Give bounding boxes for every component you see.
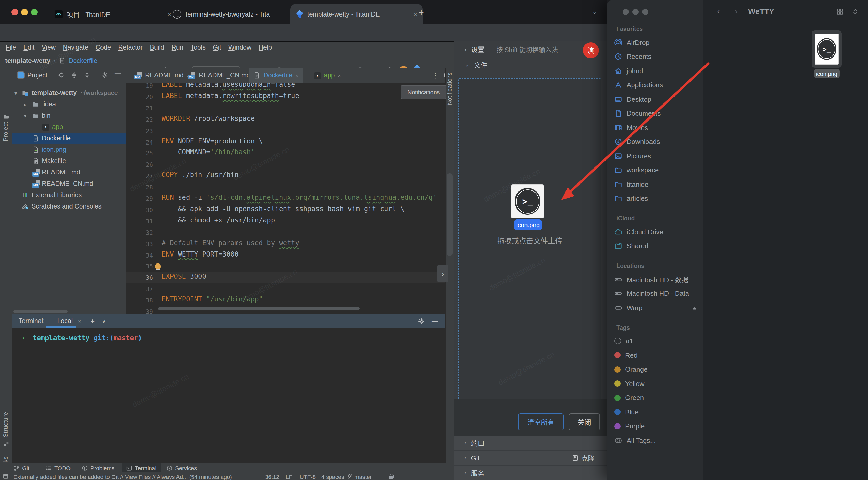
editor-tab-dockerfile[interactable]: Dockerfile× [249,68,303,82]
sidebar-item-yellow[interactable]: Yellow [614,377,701,390]
terminal-tab-local[interactable]: Local [57,317,72,324]
editor-vscrollbar[interactable] [447,173,453,256]
menu-file[interactable]: File [2,44,20,51]
tab-close-icon[interactable]: × [295,72,299,78]
window-minimize-button[interactable] [21,9,28,15]
window-zoom-button[interactable] [31,9,38,15]
terminal-dropdown-chevron-icon[interactable]: ∨ [102,318,106,324]
new-terminal-button[interactable]: + [90,317,95,325]
editor-tab-app[interactable]: ›app× [309,68,345,82]
sidebar-item-pictures[interactable]: Pictures [614,150,701,162]
menu-window[interactable]: Window [225,44,255,51]
tree-item-readme-cn-md[interactable]: MDREADME_CN.md [12,178,126,190]
tool-tab-services[interactable]: Services [162,464,201,472]
panel-settings-row[interactable]: › 设置 按 Shift 键切换输入法 [464,44,558,54]
expand-tool-window-button[interactable]: › [437,265,448,282]
uploaded-file-thumbnail[interactable]: >_ [511,184,544,218]
menu-code[interactable]: Code [92,44,115,51]
tool-tab-structure[interactable]: Structure [3,412,9,438]
sidebar-item-green[interactable]: Green [614,391,701,404]
project-hscrollbar[interactable] [13,310,68,313]
uploaded-file-name[interactable]: icon.png [514,219,542,230]
sidebar-item-a1[interactable]: a1 [614,335,701,347]
sidebar-item-workspace[interactable]: workspace [614,164,701,176]
tool-tab-notifications[interactable]: Notifications [446,72,453,105]
sidebar-item-titanide[interactable]: titanide [614,178,701,191]
tree-item-template-wetty[interactable]: ▾template-wetty~/workspace [12,87,126,99]
terminal-minimize-icon[interactable]: — [432,317,438,324]
tree-item-scratches-and-consoles[interactable]: Scratches and Consoles [12,201,126,212]
tree-item-icon-png[interactable]: icon.png [12,144,126,156]
tree-item-dockerfile[interactable]: Dockerfile [12,133,126,144]
tree-chevron-icon[interactable]: ▸ [24,101,26,107]
tree-item-readme-md[interactable]: MDREADME.md [12,167,126,178]
intention-bulb-icon[interactable] [155,264,161,269]
select-opened-file-icon[interactable] [58,72,65,78]
status-encoding[interactable]: UTF-8 [300,472,316,480]
sidebar-item-macintosh-hd-[interactable]: Macintosh HD - 数据 [614,273,701,285]
new-tab-button[interactable]: + [418,7,424,18]
finder-close-button[interactable] [623,9,629,15]
collapse-all-icon[interactable] [84,72,90,78]
sidebar-item-red[interactable]: Red [614,349,701,361]
sidebar-item-macintosh-hd-data[interactable]: Macintosh HD - Data [614,287,701,300]
status-indent[interactable]: 4 spaces [321,472,344,480]
finder-zoom-button[interactable] [642,9,648,15]
tree-chevron-icon[interactable]: ▾ [24,113,26,118]
sidebar-item-airdrop[interactable]: AirDrop [614,36,701,48]
panel-section-services[interactable]: ›服务 [454,466,608,480]
finder-back-icon[interactable]: ‹ [717,6,720,16]
hide-panel-icon[interactable]: — [115,70,121,77]
breadcrumb-file[interactable]: Dockerfile [68,57,97,64]
sidebar-item-articles[interactable]: articles [614,192,701,205]
git-clone-button[interactable]: 克隆 [572,453,595,463]
tree-item-app[interactable]: ›app [12,121,126,133]
tool-tab-git[interactable]: Git [9,464,34,472]
editor-tabs-kebab-icon[interactable]: ⋮ [432,72,439,79]
terminal-settings-gear-icon[interactable] [418,318,425,324]
sidebar-item-desktop[interactable]: Desktop [614,93,701,105]
tab-search-chevron-icon[interactable]: ⌄ [592,8,597,15]
sidebar-item-documents[interactable]: Documents [614,107,701,119]
sidebar-item-applications[interactable]: Applications [614,79,701,91]
breadcrumb-project[interactable]: template-wetty [5,57,51,64]
menu-refactor[interactable]: Refactor [115,44,147,51]
code-editor[interactable]: 19LABEL metadata.usesubdomain=false20LAB… [126,83,445,314]
menu-navigate[interactable]: Navigate [59,44,92,51]
terminal-prompt[interactable]: ➜ template-wetty git:(master) [21,334,142,342]
status-line-separator[interactable]: LF [286,472,292,480]
sidebar-item-warp[interactable]: Warp [614,301,701,314]
panel-section-ports[interactable]: ›端口 [454,436,608,450]
panel-files-row[interactable]: ⌄ 文件 [464,60,487,70]
finder-view-grid-icon[interactable] [836,8,844,15]
tree-item-bin[interactable]: ▾bin [12,110,126,121]
tree-item-makefile[interactable]: Makefile [12,156,126,167]
tool-tab-problems[interactable]: Problems [78,464,119,472]
sidebar-item-all-tags-[interactable]: All Tags... [614,434,701,446]
tool-tab-todo[interactable]: TODO [41,464,75,472]
finder-forward-icon[interactable]: › [735,6,738,16]
sidebar-item-blue[interactable]: Blue [614,406,701,418]
tab-close-icon[interactable]: × [338,72,341,78]
sidebar-item-shared[interactable]: Shared [614,240,701,252]
sidebar-item-movies[interactable]: Movies [614,121,701,134]
finder-sort-icon[interactable] [851,8,859,15]
tree-item--idea[interactable]: ▸.idea [12,99,126,110]
menu-edit[interactable]: Edit [20,44,38,51]
tool-tab-terminal[interactable]: Terminal [122,464,160,472]
menu-git[interactable]: Git [209,44,225,51]
menu-view[interactable]: View [38,44,59,51]
tree-chevron-icon[interactable]: ▾ [14,90,17,96]
panel-section-git[interactable]: ›Git克隆 [454,451,608,465]
tab-close-icon[interactable]: × [413,10,417,18]
browser-tab[interactable]: <t>项目 - TitanIDE× [50,4,177,24]
status-git-branch[interactable]: master [354,472,372,480]
sidebar-item-purple[interactable]: Purple [614,420,701,432]
expand-all-icon[interactable] [71,72,78,78]
status-message[interactable]: Externally added files can be added to G… [13,472,232,480]
close-button[interactable]: 关闭 [569,413,600,431]
upload-dropzone[interactable]: >_ icon.png 拖拽或点击文件上传 [458,78,601,401]
terminal-tab-close-icon[interactable]: × [78,318,81,324]
finder-file-tile[interactable]: >_ icon.png [812,30,842,68]
sidebar-item-downloads[interactable]: Downloads [614,135,701,148]
